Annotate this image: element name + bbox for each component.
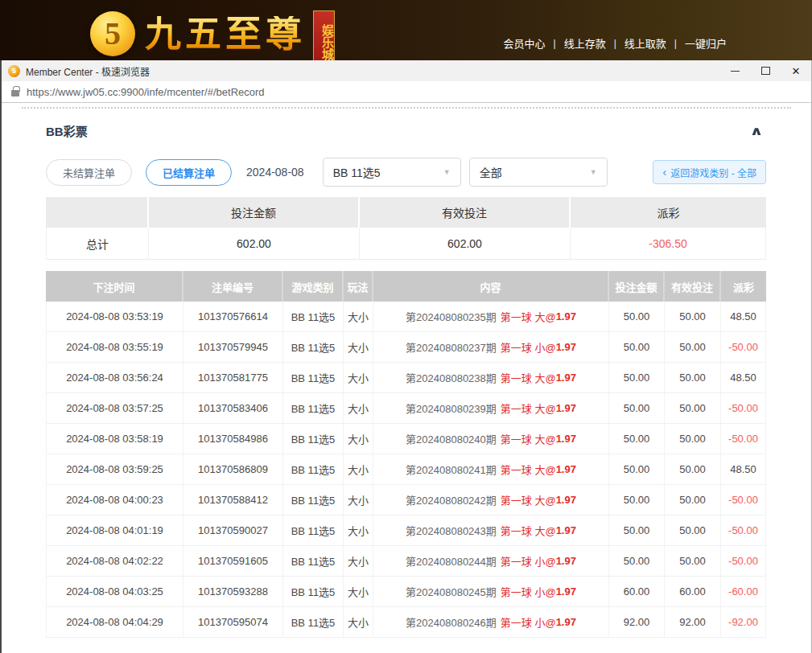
nav-separator: | — [674, 38, 677, 49]
cell-order-id: 101370593288 — [183, 577, 283, 607]
cell-bet-amount: 50.00 — [609, 515, 665, 546]
cell-payout: -50.00 — [721, 424, 766, 454]
cell-payout: -50.00 — [721, 546, 766, 577]
cell-game-type: BB 11选5 — [283, 454, 344, 485]
content-odds: 1.97 — [556, 494, 576, 506]
chevron-down-icon: ▼ — [443, 168, 451, 176]
cell-valid-bet: 50.00 — [665, 424, 721, 454]
cell-bet-amount: 50.00 — [609, 424, 665, 454]
summary-column-header: 派彩 — [571, 197, 766, 228]
brand-title: 九五至尊 — [145, 16, 306, 52]
content-odds: 1.97 — [556, 433, 576, 445]
game-category-select[interactable]: BB 11选5 ▼ — [323, 158, 461, 187]
cell-valid-bet: 50.00 — [665, 332, 721, 363]
cell-play-type: 大小 — [344, 485, 373, 515]
summary-column-header: 投注金额 — [149, 197, 360, 228]
cell-bet-time: 2024-08-08 03:53:19 — [46, 302, 183, 332]
close-button[interactable]: ✕ — [781, 60, 811, 81]
column-header: 游戏类别 — [283, 271, 344, 302]
content-period: 第202408080237期 — [406, 339, 497, 355]
nav-link[interactable]: 一键归户 — [685, 35, 727, 51]
cell-play-type: 大小 — [344, 577, 373, 607]
cell-valid-bet: 50.00 — [665, 515, 721, 546]
nav-link[interactable]: 会员中心 — [504, 35, 546, 51]
maximize-button[interactable] — [750, 60, 781, 81]
cell-valid-bet: 50.00 — [665, 546, 721, 577]
table-body: 2024-08-08 03:53:19 101370576614 BB 11选5… — [46, 302, 766, 638]
content-odds: 1.97 — [556, 585, 576, 598]
unsettled-bets-button[interactable]: 未结算注单 — [46, 159, 132, 186]
cell-valid-bet: 50.00 — [665, 485, 721, 515]
content-period: 第202408080238期 — [406, 370, 497, 385]
cell-content: 第202408080238期 第一球 大@1.97 — [373, 363, 609, 393]
top-nav: 会员中心 | 线上存款 | 线上取款 | 一键归户 | — [504, 35, 727, 51]
cell-valid-bet: 60.00 — [665, 577, 721, 607]
cell-bet-time: 2024-08-08 03:55:19 — [46, 332, 183, 363]
cell-game-type: BB 11选5 — [283, 577, 344, 607]
cell-bet-amount: 50.00 — [609, 332, 665, 363]
content-period: 第202408080242期 — [406, 492, 497, 507]
nav-link[interactable]: 线上取款 — [624, 35, 666, 51]
nav-separator: | — [614, 38, 616, 49]
cell-bet-time: 2024-08-08 03:59:25 — [46, 454, 183, 485]
play-filter-select[interactable]: 全部 ▼ — [469, 158, 608, 187]
panel-title: BB彩票 — [46, 122, 88, 139]
content-odds: 1.97 — [556, 402, 576, 414]
content-pick: 第一球 大@ — [501, 370, 556, 385]
content-pick: 第一球 大@ — [501, 400, 556, 416]
content-pick: 第一球 小@ — [501, 553, 556, 569]
cell-bet-time: 2024-08-08 04:01:19 — [46, 515, 183, 546]
table-row: 2024-08-08 03:58:19 101370584986 BB 11选5… — [46, 424, 766, 454]
table-row: 2024-08-08 03:53:19 101370576614 BB 11选5… — [46, 302, 766, 332]
cell-bet-time: 2024-08-08 04:03:25 — [46, 577, 183, 607]
summary-valid-bet: 602.00 — [360, 228, 571, 260]
column-header: 玩法 — [344, 271, 373, 302]
window-titlebar: 5 Member Center - 极速浏览器 ✕ — [2, 60, 811, 81]
nav-link[interactable]: 线上存款 — [564, 35, 606, 51]
column-header: 注单编号 — [183, 271, 283, 302]
cell-content: 第202408080244期 第一球 小@1.97 — [373, 546, 609, 577]
column-header: 内容 — [373, 271, 609, 302]
cell-bet-amount: 60.00 — [609, 577, 665, 607]
cell-payout: -50.00 — [721, 332, 766, 363]
settled-bets-button[interactable]: 已结算注单 — [146, 159, 232, 186]
cell-valid-bet: 50.00 — [665, 363, 721, 393]
brand-logo[interactable]: 5 九五至尊 娱乐城 — [0, 0, 335, 60]
date-picker[interactable]: 2024-08-08 — [246, 166, 304, 179]
cell-payout: -50.00 — [721, 393, 766, 424]
browser-window: 5 Member Center - 极速浏览器 ✕ https://www.jw… — [0, 60, 812, 653]
minimize-button[interactable] — [719, 60, 750, 81]
cell-bet-amount: 50.00 — [609, 546, 665, 577]
cell-play-type: 大小 — [344, 393, 373, 424]
collapse-chevron-icon[interactable]: ∧ — [749, 124, 763, 138]
cell-payout: 48.50 — [721, 363, 766, 393]
filter-row: 未结算注单 已结算注单 2024-08-08 BB 11选5 ▼ 全部 ▼ ‹ … — [46, 158, 766, 187]
nav-separator: | — [554, 38, 556, 49]
game-category-value: BB 11选5 — [333, 164, 381, 180]
window-controls: ✕ — [719, 60, 811, 81]
chevron-down-icon: ▼ — [590, 168, 597, 176]
cell-game-type: BB 11选5 — [283, 515, 344, 546]
cell-payout: -92.00 — [721, 607, 766, 638]
address-bar[interactable]: https://www.jw05.cc:9900/infe/mcenter/#/… — [2, 81, 811, 103]
cell-order-id: 101370595074 — [183, 607, 283, 638]
cell-bet-amount: 50.00 — [609, 454, 665, 485]
table-row: 2024-08-08 04:03:25 101370593288 BB 11选5… — [46, 577, 766, 607]
cell-content: 第202408080242期 第一球 大@1.97 — [373, 485, 609, 515]
cell-valid-bet: 50.00 — [665, 454, 721, 485]
content-period: 第202408080239期 — [406, 400, 497, 416]
table-row: 2024-08-08 03:59:25 101370586809 BB 11选5… — [46, 454, 766, 485]
cell-content: 第202408080240期 第一球 大@1.97 — [373, 424, 609, 454]
cell-bet-amount: 50.00 — [609, 393, 665, 424]
brand-logo-icon: 5 — [90, 11, 135, 56]
back-to-game-category-button[interactable]: ‹ 返回游戏类别 - 全部 — [653, 160, 766, 184]
bet-record-panel: BB彩票 ∧ 未结算注单 已结算注单 2024-08-08 BB 11选5 ▼ … — [2, 122, 811, 638]
content-pick: 第一球 大@ — [501, 309, 556, 324]
content-odds: 1.97 — [556, 310, 576, 322]
cell-game-type: BB 11选5 — [283, 302, 344, 332]
cell-order-id: 101370579945 — [183, 332, 283, 363]
cell-valid-bet: 50.00 — [665, 302, 721, 332]
cell-order-id: 101370581775 — [183, 363, 283, 393]
summary-column-header: 有效投注 — [360, 197, 571, 228]
cell-order-id: 101370588412 — [183, 485, 283, 515]
